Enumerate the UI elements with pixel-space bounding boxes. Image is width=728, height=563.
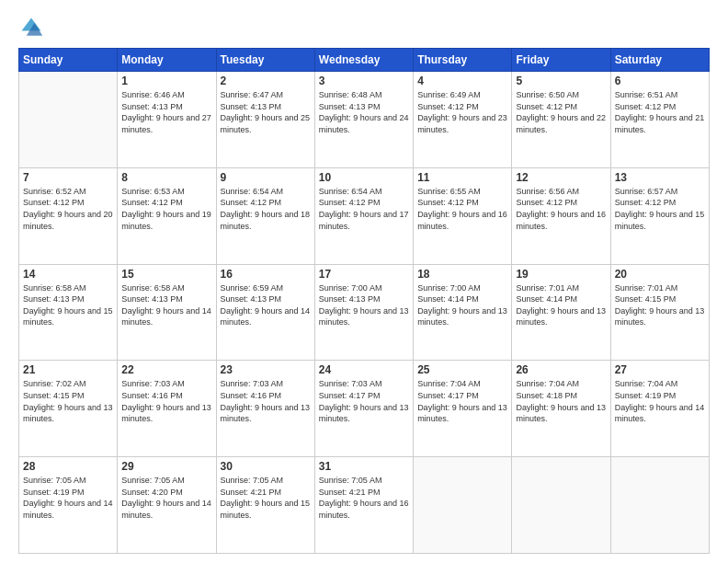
calendar-cell: 29Sunrise: 7:05 AM Sunset: 4:20 PM Dayli… [118, 457, 216, 554]
day-info: Sunrise: 7:05 AM Sunset: 4:19 PM Dayligh… [23, 475, 113, 521]
header-sunday: Sunday [19, 49, 118, 72]
day-info: Sunrise: 6:46 AM Sunset: 4:13 PM Dayligh… [121, 89, 211, 135]
calendar-cell [414, 457, 512, 554]
day-number: 15 [121, 268, 211, 281]
day-number: 29 [121, 460, 211, 473]
day-number: 1 [121, 75, 211, 87]
calendar-cell: 19Sunrise: 7:01 AM Sunset: 4:14 PM Dayli… [512, 264, 610, 361]
day-number: 16 [221, 268, 311, 281]
page: SundayMondayTuesdayWednesdayThursdayFrid… [0, 0, 728, 563]
calendar-cell: 12Sunrise: 6:56 AM Sunset: 4:12 PM Dayli… [512, 167, 610, 264]
calendar: SundayMondayTuesdayWednesdayThursdayFrid… [18, 48, 710, 554]
day-info: Sunrise: 7:02 AM Sunset: 4:15 PM Dayligh… [23, 378, 113, 424]
day-info: Sunrise: 7:05 AM Sunset: 4:21 PM Dayligh… [221, 475, 311, 521]
day-number: 13 [615, 171, 705, 184]
day-number: 26 [516, 363, 606, 376]
calendar-cell: 4Sunrise: 6:49 AM Sunset: 4:12 PM Daylig… [414, 72, 512, 168]
day-number: 27 [615, 363, 705, 376]
day-number: 17 [319, 268, 409, 281]
calendar-cell: 3Sunrise: 6:48 AM Sunset: 4:13 PM Daylig… [314, 72, 413, 168]
logo [18, 15, 48, 40]
calendar-cell: 7Sunrise: 6:52 AM Sunset: 4:12 PM Daylig… [19, 167, 118, 264]
calendar-cell: 18Sunrise: 7:00 AM Sunset: 4:14 PM Dayli… [414, 264, 512, 361]
calendar-cell [19, 72, 118, 168]
day-number: 23 [221, 363, 311, 376]
calendar-cell: 9Sunrise: 6:54 AM Sunset: 4:12 PM Daylig… [216, 167, 314, 264]
day-number: 22 [121, 363, 211, 376]
calendar-cell: 8Sunrise: 6:53 AM Sunset: 4:12 PM Daylig… [118, 167, 216, 264]
calendar-cell [610, 457, 709, 554]
day-info: Sunrise: 6:58 AM Sunset: 4:13 PM Dayligh… [23, 282, 113, 328]
calendar-cell: 27Sunrise: 7:04 AM Sunset: 4:19 PM Dayli… [610, 361, 709, 457]
calendar-cell: 31Sunrise: 7:05 AM Sunset: 4:21 PM Dayli… [314, 457, 413, 554]
calendar-week-0: 1Sunrise: 6:46 AM Sunset: 4:13 PM Daylig… [19, 72, 710, 168]
calendar-cell: 13Sunrise: 6:57 AM Sunset: 4:12 PM Dayli… [610, 167, 709, 264]
header-thursday: Thursday [414, 49, 512, 72]
day-number: 5 [516, 75, 606, 87]
calendar-cell: 22Sunrise: 7:03 AM Sunset: 4:16 PM Dayli… [118, 361, 216, 457]
day-info: Sunrise: 6:55 AM Sunset: 4:12 PM Dayligh… [417, 186, 507, 232]
day-info: Sunrise: 7:05 AM Sunset: 4:20 PM Dayligh… [121, 475, 211, 521]
calendar-cell: 23Sunrise: 7:03 AM Sunset: 4:16 PM Dayli… [216, 361, 314, 457]
day-number: 14 [23, 268, 113, 281]
day-info: Sunrise: 6:59 AM Sunset: 4:13 PM Dayligh… [221, 282, 311, 328]
calendar-week-1: 7Sunrise: 6:52 AM Sunset: 4:12 PM Daylig… [19, 167, 710, 264]
header [18, 15, 710, 40]
calendar-cell: 17Sunrise: 7:00 AM Sunset: 4:13 PM Dayli… [314, 264, 413, 361]
day-info: Sunrise: 6:50 AM Sunset: 4:12 PM Dayligh… [516, 89, 606, 135]
day-info: Sunrise: 7:05 AM Sunset: 4:21 PM Dayligh… [319, 475, 409, 521]
day-info: Sunrise: 6:54 AM Sunset: 4:12 PM Dayligh… [319, 186, 409, 232]
day-info: Sunrise: 7:01 AM Sunset: 4:14 PM Dayligh… [516, 282, 606, 328]
calendar-cell: 28Sunrise: 7:05 AM Sunset: 4:19 PM Dayli… [19, 457, 118, 554]
day-info: Sunrise: 6:51 AM Sunset: 4:12 PM Dayligh… [615, 89, 705, 135]
day-info: Sunrise: 6:53 AM Sunset: 4:12 PM Dayligh… [121, 186, 211, 232]
calendar-week-2: 14Sunrise: 6:58 AM Sunset: 4:13 PM Dayli… [19, 264, 710, 361]
calendar-cell: 6Sunrise: 6:51 AM Sunset: 4:12 PM Daylig… [610, 72, 709, 168]
day-info: Sunrise: 7:04 AM Sunset: 4:17 PM Dayligh… [417, 378, 507, 424]
header-friday: Friday [512, 49, 610, 72]
day-number: 21 [23, 363, 113, 376]
day-number: 3 [319, 75, 409, 87]
calendar-cell: 24Sunrise: 7:03 AM Sunset: 4:17 PM Dayli… [314, 361, 413, 457]
day-info: Sunrise: 6:58 AM Sunset: 4:13 PM Dayligh… [121, 282, 211, 328]
day-number: 6 [615, 75, 705, 87]
calendar-cell: 10Sunrise: 6:54 AM Sunset: 4:12 PM Dayli… [314, 167, 413, 264]
calendar-cell: 15Sunrise: 6:58 AM Sunset: 4:13 PM Dayli… [118, 264, 216, 361]
day-info: Sunrise: 7:03 AM Sunset: 4:16 PM Dayligh… [121, 378, 211, 424]
calendar-cell: 20Sunrise: 7:01 AM Sunset: 4:15 PM Dayli… [610, 264, 709, 361]
header-wednesday: Wednesday [314, 49, 413, 72]
day-number: 10 [319, 171, 409, 184]
day-number: 4 [417, 75, 507, 87]
day-number: 11 [417, 171, 507, 184]
day-info: Sunrise: 6:48 AM Sunset: 4:13 PM Dayligh… [319, 89, 409, 135]
day-number: 24 [319, 363, 409, 376]
day-number: 12 [516, 171, 606, 184]
logo-icon [18, 15, 44, 40]
day-info: Sunrise: 7:00 AM Sunset: 4:13 PM Dayligh… [319, 282, 409, 328]
day-number: 18 [417, 268, 507, 281]
day-number: 19 [516, 268, 606, 281]
day-info: Sunrise: 6:57 AM Sunset: 4:12 PM Dayligh… [615, 186, 705, 232]
calendar-cell: 16Sunrise: 6:59 AM Sunset: 4:13 PM Dayli… [216, 264, 314, 361]
day-number: 8 [121, 171, 211, 184]
calendar-week-4: 28Sunrise: 7:05 AM Sunset: 4:19 PM Dayli… [19, 457, 710, 554]
calendar-cell: 5Sunrise: 6:50 AM Sunset: 4:12 PM Daylig… [512, 72, 610, 168]
day-info: Sunrise: 7:03 AM Sunset: 4:16 PM Dayligh… [221, 378, 311, 424]
day-number: 25 [417, 363, 507, 376]
day-number: 9 [221, 171, 311, 184]
day-number: 2 [221, 75, 311, 87]
calendar-cell: 1Sunrise: 6:46 AM Sunset: 4:13 PM Daylig… [118, 72, 216, 168]
day-info: Sunrise: 7:01 AM Sunset: 4:15 PM Dayligh… [615, 282, 705, 328]
day-info: Sunrise: 7:04 AM Sunset: 4:19 PM Dayligh… [615, 378, 705, 424]
day-number: 20 [615, 268, 705, 281]
calendar-header-row: SundayMondayTuesdayWednesdayThursdayFrid… [19, 49, 710, 72]
day-info: Sunrise: 6:54 AM Sunset: 4:12 PM Dayligh… [221, 186, 311, 232]
calendar-cell: 26Sunrise: 7:04 AM Sunset: 4:18 PM Dayli… [512, 361, 610, 457]
calendar-cell: 2Sunrise: 6:47 AM Sunset: 4:13 PM Daylig… [216, 72, 314, 168]
calendar-cell: 21Sunrise: 7:02 AM Sunset: 4:15 PM Dayli… [19, 361, 118, 457]
day-number: 7 [23, 171, 113, 184]
day-number: 28 [23, 460, 113, 473]
day-number: 31 [319, 460, 409, 473]
calendar-cell: 14Sunrise: 6:58 AM Sunset: 4:13 PM Dayli… [19, 264, 118, 361]
calendar-cell: 11Sunrise: 6:55 AM Sunset: 4:12 PM Dayli… [414, 167, 512, 264]
